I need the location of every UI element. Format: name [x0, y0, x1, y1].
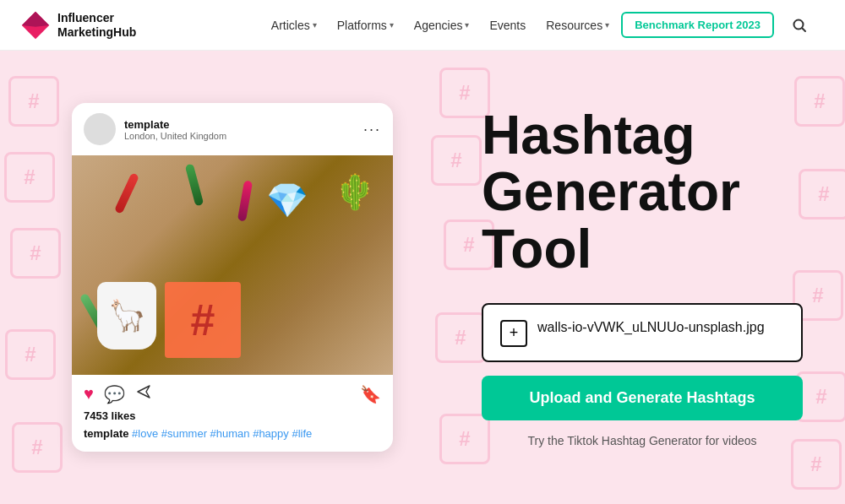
- llama-icon: 🦙: [97, 282, 156, 350]
- logo-icon: [20, 10, 51, 41]
- nav-item-platforms[interactable]: Platforms ▾: [329, 14, 402, 37]
- chevron-down-icon: ▾: [605, 20, 609, 30]
- diamond-icon: 💎: [266, 181, 308, 220]
- ig-location: London, United Kingdom: [124, 131, 355, 141]
- ig-actions: ♥ 💬 🔖: [72, 375, 393, 408]
- pink-clip: [237, 180, 253, 221]
- hero-left-panel: template London, United Kingdom ··· 🦙 💎 …: [0, 51, 465, 504]
- ig-header: template London, United Kingdom ···: [72, 103, 393, 155]
- chevron-down-icon: ▾: [390, 20, 394, 30]
- nav-item-resources[interactable]: Resources ▾: [537, 14, 618, 37]
- upload-file-box[interactable]: + walls-io-vVWK_uLNUUo-unsplash.jpg: [482, 303, 803, 362]
- ig-likes-count: 7453 likes: [72, 408, 393, 425]
- avatar: [84, 113, 116, 145]
- green-clip-1: [185, 164, 204, 207]
- search-icon: [792, 18, 807, 33]
- instagram-card: template London, United Kingdom ··· 🦙 💎 …: [72, 103, 393, 452]
- hero-right-panel: Hashtag Generator Tool + walls-io-vVWK_u…: [465, 51, 845, 504]
- hero-section: # # # # # # # # # # # # # # # template L…: [0, 51, 845, 504]
- upload-icon: +: [500, 320, 527, 347]
- cactus-icon: 🌵: [334, 172, 376, 212]
- ig-post-image: 🦙 💎 🌵 #: [72, 155, 393, 375]
- logo-line1: Influencer: [57, 11, 136, 25]
- bookmark-button[interactable]: 🔖: [360, 384, 381, 404]
- ig-username: template: [124, 118, 355, 131]
- logo-line2: MarketingHub: [57, 25, 136, 40]
- nav-item-articles[interactable]: Articles ▾: [263, 14, 325, 37]
- logo[interactable]: Influencer MarketingHub: [20, 10, 136, 41]
- comment-button[interactable]: 💬: [104, 384, 125, 404]
- chevron-down-icon: ▾: [465, 20, 469, 30]
- page-title: Hashtag Generator Tool: [482, 107, 803, 278]
- nav-item-agencies[interactable]: Agencies ▾: [406, 14, 478, 37]
- like-button[interactable]: ♥: [84, 384, 94, 404]
- upload-filename: walls-io-vVWK_uLNUUo-unsplash.jpg: [537, 318, 765, 337]
- generate-button[interactable]: Upload and Generate Hashtags: [482, 376, 803, 420]
- ig-caption-hashtags: #love #summer #human #happy #life: [132, 427, 312, 440]
- sticky-note: #: [165, 282, 241, 358]
- benchmark-report-button[interactable]: Benchmark Report 2023: [621, 12, 774, 38]
- chevron-down-icon: ▾: [313, 20, 317, 30]
- tiktok-hint: Try the Tiktok Hashtag Generator for vid…: [482, 434, 803, 447]
- red-clip: [114, 172, 139, 214]
- nav-item-events[interactable]: Events: [481, 14, 534, 37]
- nav-links: Articles ▾ Platforms ▾ Agencies ▾ Events…: [263, 10, 815, 41]
- search-button[interactable]: [784, 10, 815, 41]
- share-icon: [135, 383, 152, 400]
- ig-caption-username: template: [84, 427, 128, 440]
- navigation: Influencer MarketingHub Articles ▾ Platf…: [0, 0, 845, 51]
- svg-line-3: [803, 28, 806, 31]
- ig-caption: template #love #summer #human #happy #li…: [72, 425, 393, 452]
- more-options-button[interactable]: ···: [363, 121, 381, 138]
- share-button[interactable]: [135, 383, 152, 404]
- svg-marker-1: [22, 11, 49, 26]
